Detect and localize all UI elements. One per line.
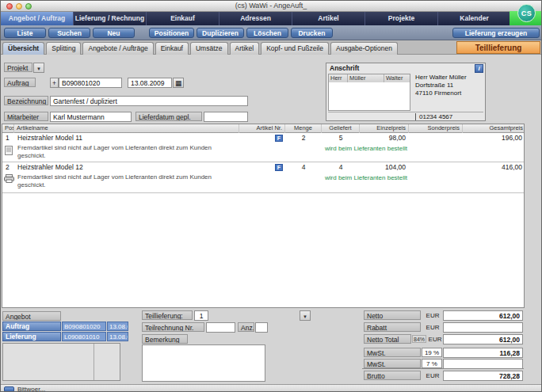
subtab-kopf-fusszeile[interactable]: Kopf- und Fußzeile bbox=[261, 42, 329, 55]
info-icon: i bbox=[478, 65, 479, 72]
auftrag-doc-nr[interactable]: B090801020 bbox=[62, 322, 106, 331]
duplizieren-button[interactable]: Duplizieren bbox=[197, 28, 244, 38]
cell-geliefert[interactable]: 4 bbox=[322, 163, 360, 171]
main-tab-artikel[interactable]: Artikel bbox=[292, 12, 365, 25]
add-auftrag-button[interactable]: + bbox=[50, 78, 59, 88]
row-pos: 1 bbox=[6, 134, 10, 142]
subtab-angebote-auftraege[interactable]: Angebote / Aufträge bbox=[82, 42, 153, 55]
lieferung-doc-label[interactable]: Lieferung bbox=[2, 332, 61, 341]
drucken-button[interactable]: Drucken bbox=[291, 28, 333, 38]
totals-dropdown-button[interactable]: ▼ bbox=[300, 310, 311, 321]
auftrag-nr-field[interactable]: B090801020 bbox=[59, 78, 122, 88]
teillieferung-badge: Teillieferung bbox=[456, 41, 540, 54]
lieferung-doc-nr[interactable]: L090801010 bbox=[62, 332, 106, 341]
positionen-button[interactable]: Positionen bbox=[149, 28, 194, 38]
order-status-text: wird beim Lieferanten bestellt bbox=[325, 174, 407, 181]
info-button[interactable]: i bbox=[475, 64, 483, 73]
neu-button[interactable]: Neu bbox=[93, 28, 135, 38]
article-name: Heizstrahler Model 11 bbox=[17, 134, 82, 142]
navigation-icon[interactable] bbox=[4, 386, 14, 392]
anzahl-field[interactable] bbox=[255, 322, 268, 333]
auftrag-doc-label[interactable]: Auftrag bbox=[2, 322, 61, 331]
main-tab-lieferung-rechnung[interactable]: Lieferung / Rechnung bbox=[74, 12, 147, 25]
app-window: (cs) WaWi - AngeAuft_ CS Angebot / Auftr… bbox=[0, 0, 542, 392]
teilrechnung-field[interactable] bbox=[206, 322, 235, 333]
brutto-currency: EUR bbox=[424, 372, 441, 379]
teillieferung-field[interactable]: 1 bbox=[194, 310, 208, 321]
mitarbeiter-label: Mitarbeiter bbox=[4, 112, 48, 121]
lieferdatum-field[interactable] bbox=[204, 112, 248, 122]
chevron-down-icon: ▼ bbox=[303, 314, 307, 319]
auftrag-datum-field[interactable]: 13.08.2009 bbox=[128, 78, 172, 88]
auftrag-doc-datum[interactable]: 13.08.0 bbox=[107, 322, 128, 331]
cell-einzelpreis[interactable]: 104,00 bbox=[360, 163, 406, 171]
sub-tab-bar: Übersicht Splitting Angebote / Aufträge … bbox=[1, 40, 542, 55]
window-title: (cs) WaWi - AngeAuft_ bbox=[1, 1, 541, 11]
bemerkung-textarea[interactable] bbox=[142, 344, 265, 382]
netto-currency: EUR bbox=[424, 312, 441, 319]
main-tab-projekte[interactable]: Projekte bbox=[365, 12, 438, 25]
cell-menge[interactable]: 2 bbox=[285, 134, 322, 142]
main-tab-adressen[interactable]: Adressen bbox=[219, 12, 292, 25]
mwst19-rate-field[interactable]: 19 % bbox=[422, 348, 442, 357]
address-block: Herr Walter Müller Dorfstraße 11 47110 F… bbox=[415, 74, 467, 97]
subtab-einkauf[interactable]: Einkauf bbox=[155, 42, 189, 55]
rabatt-currency: EUR bbox=[424, 324, 441, 331]
brand-logo: CS bbox=[517, 4, 536, 22]
main-tab-kalender[interactable]: Kalender bbox=[438, 12, 511, 25]
col-gesamtpreis[interactable]: Gesamtpreis bbox=[463, 124, 525, 133]
contact-col-anrede: Herr bbox=[329, 74, 348, 82]
lieferung-erzeugen-button[interactable]: Lieferung erzeugen bbox=[452, 28, 540, 38]
rabatt-field[interactable] bbox=[443, 322, 523, 333]
netto-total-label: Netto Total bbox=[364, 334, 411, 344]
liste-button[interactable]: Liste bbox=[4, 28, 46, 38]
lieferung-doc-datum[interactable]: 13.08.09 bbox=[107, 332, 128, 341]
phone-number: 01234 4567 bbox=[415, 113, 452, 120]
suchen-button[interactable]: Suchen bbox=[48, 28, 90, 38]
mwst7-rate-field[interactable]: 7 % bbox=[422, 359, 442, 368]
positions-table: Pos Artikelname Artikel Nr. Menge Gelief… bbox=[2, 124, 525, 308]
teillieferung-label: Teillieferung: bbox=[142, 310, 193, 320]
document-icon bbox=[5, 146, 13, 155]
table-row[interactable]: 2 Heizstrahler Model 12 F 4 4 104,00 416… bbox=[2, 162, 524, 193]
contact-col-vorname: Walter bbox=[384, 74, 410, 82]
subtab-umsaetze[interactable]: Umsätze bbox=[190, 42, 228, 55]
projekt-dropdown[interactable]: ▼ bbox=[33, 63, 44, 73]
loeschen-button[interactable]: Löschen bbox=[246, 28, 288, 38]
main-tab-angebot-auftrag[interactable]: Angebot / Auftrag bbox=[1, 12, 74, 25]
contact-list[interactable]: Herr Müller Walter bbox=[328, 74, 410, 111]
bezeichnung-field[interactable]: Gartenfest / dupliziert bbox=[50, 96, 248, 106]
table-row[interactable]: 1 Heizstrahler Model 11 F 2 5 98,00 196,… bbox=[2, 133, 524, 162]
col-sonderpreis[interactable]: Sonderpreis bbox=[409, 124, 463, 133]
subtab-uebersicht[interactable]: Übersicht bbox=[2, 42, 44, 55]
col-menge[interactable]: Menge bbox=[285, 124, 322, 133]
col-artikel-nr[interactable]: Artikel Nr. bbox=[239, 124, 285, 133]
mitarbeiter-field[interactable]: Karl Mustermann bbox=[50, 112, 132, 122]
brutto-value: 728,28 bbox=[443, 371, 523, 381]
calendar-button[interactable]: ▦ bbox=[173, 78, 184, 88]
documents-history-box[interactable] bbox=[2, 343, 120, 381]
subtab-ausgabe-optionen[interactable]: Ausgabe-Optionen bbox=[330, 42, 398, 55]
col-geliefert[interactable]: Geliefert bbox=[322, 124, 360, 133]
title-bar: (cs) WaWi - AngeAuft_ bbox=[1, 1, 541, 12]
projekt-label: Projekt bbox=[4, 63, 32, 72]
col-einzelpreis[interactable]: Einzelpreis bbox=[360, 124, 409, 133]
netto-total-currency: EUR bbox=[426, 336, 444, 343]
cell-einzelpreis[interactable]: 98,00 bbox=[360, 134, 406, 142]
main-tab-einkauf[interactable]: Einkauf bbox=[147, 12, 219, 25]
bemerkung-label: Bemerkung bbox=[142, 334, 188, 344]
netto-total-percent: 84% bbox=[412, 335, 426, 343]
cell-gesamtpreis: 196,00 bbox=[463, 134, 522, 142]
anschrift-title: Anschrift bbox=[330, 64, 359, 72]
netto-label: Netto bbox=[364, 310, 421, 320]
status-text: Bittwoer... bbox=[17, 386, 45, 392]
cell-geliefert[interactable]: 5 bbox=[322, 134, 360, 142]
cell-menge[interactable]: 4 bbox=[285, 163, 322, 171]
contact-col-name: Müller bbox=[348, 74, 384, 82]
divider bbox=[328, 112, 483, 112]
subtab-splitting[interactable]: Splitting bbox=[46, 42, 81, 55]
toolbar: Liste Suchen Neu Positionen Duplizieren … bbox=[1, 25, 542, 40]
subtab-artikel[interactable]: Artikel bbox=[230, 42, 260, 55]
col-artikelname[interactable]: Artikelname bbox=[14, 124, 239, 133]
col-pos[interactable]: Pos bbox=[2, 124, 14, 133]
